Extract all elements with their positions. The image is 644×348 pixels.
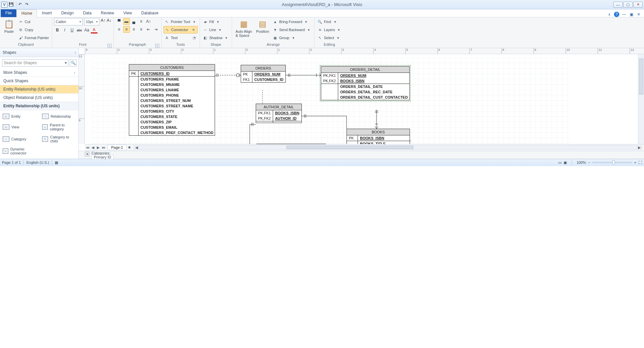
- first-page-button[interactable]: ⏮: [85, 145, 90, 149]
- case-button[interactable]: Aa: [83, 27, 90, 33]
- page-indicator[interactable]: Page 1 of 1: [2, 160, 21, 164]
- text-direction-button[interactable]: A↕: [145, 18, 152, 25]
- shrink-font-icon[interactable]: A↓: [107, 18, 112, 25]
- grow-font-icon[interactable]: A↑: [101, 18, 105, 25]
- entity-publisher[interactable]: PUBLISHERPKPUBLISHER_IDPUBLISHER_FNAMEPU…: [256, 144, 326, 144]
- auto-align-button[interactable]: ▦Auto Align & Space: [234, 18, 253, 38]
- page-tab[interactable]: Page-1: [108, 145, 127, 150]
- increase-indent-button[interactable]: ⇥: [153, 26, 159, 33]
- entity-orders_detail[interactable]: ORDERS_DETAILPK,FK1ORDERS_NUMPK,FK2BOOKS…: [321, 66, 410, 100]
- search-shapes-input[interactable]: Search for Shapes▾: [2, 59, 68, 67]
- font-color-button[interactable]: A: [91, 27, 97, 33]
- fit-window-button[interactable]: ⛶: [638, 160, 642, 164]
- shapes-flyout-icon[interactable]: ◔: [192, 35, 197, 40]
- presentation-mode-button[interactable]: ▭: [558, 160, 562, 165]
- close-icon[interactable]: ✕: [191, 27, 196, 32]
- app-icon[interactable]: V: [1, 2, 7, 8]
- tab-home[interactable]: Home: [16, 9, 37, 17]
- entity-author_detail[interactable]: AUTHOR_DETAILPK,FK1BOOKS_ISBNPK,FK2AUTHO…: [256, 104, 302, 123]
- shape-category-child[interactable]: ┴Category to child: [39, 133, 79, 145]
- bold-button[interactable]: B: [54, 27, 61, 33]
- tab-data[interactable]: Data: [78, 9, 96, 17]
- language-indicator[interactable]: English (U.S.): [26, 160, 49, 164]
- italic-button[interactable]: I: [61, 27, 68, 33]
- font-family-combo[interactable]: Calibri▾: [54, 18, 83, 25]
- shape-parent-category[interactable]: ┬Parent to category: [39, 121, 79, 133]
- more-shapes-button[interactable]: More Shapes›: [0, 69, 78, 77]
- dialog-launcher-icon[interactable]: ↘: [155, 44, 159, 48]
- stencil-er-button[interactable]: Entity Relationship (US units): [0, 85, 78, 94]
- strike-button[interactable]: abc: [76, 27, 83, 33]
- copy-button[interactable]: ⧉Copy: [17, 26, 50, 33]
- shape-entity[interactable]: ▭Entity: [0, 112, 39, 121]
- zoom-in-button[interactable]: +: [634, 160, 636, 164]
- search-go-button[interactable]: 🔍: [70, 59, 76, 67]
- tab-view[interactable]: View: [119, 9, 137, 17]
- dialog-launcher-icon[interactable]: ↘: [108, 44, 112, 48]
- bring-forward-button[interactable]: ▲Bring Forward▾: [272, 18, 312, 25]
- vertical-scrollbar[interactable]: [638, 54, 644, 144]
- stencil-or-button[interactable]: Object Relational (US units): [0, 94, 78, 102]
- entity-orders[interactable]: ORDERSPKORDERS_NUMFK1CUSTOMERS_ID: [241, 65, 286, 83]
- category-item[interactable]: Primary ID: [91, 155, 114, 159]
- tab-insert[interactable]: Insert: [37, 9, 56, 17]
- close-button[interactable]: ✕: [633, 2, 643, 8]
- connector-tool-button[interactable]: ⤡Connector✕: [164, 26, 198, 33]
- paste-button[interactable]: 📋 Paste: [2, 18, 16, 34]
- align-bottom-button[interactable]: ▄: [131, 18, 137, 25]
- font-size-combo[interactable]: 10pt.▾: [84, 18, 99, 25]
- shape-view[interactable]: ▭View: [0, 121, 39, 133]
- undo-icon[interactable]: ↶: [18, 2, 24, 7]
- drawing-page[interactable]: CUSTOMERSPKCUSTOMERS_IDCUSTOMERS_FNAMECU…: [92, 57, 570, 144]
- align-middle-button[interactable]: ▬: [123, 18, 130, 25]
- last-page-button[interactable]: ⏭: [101, 145, 106, 149]
- doc-minimize-icon[interactable]: —: [621, 12, 627, 17]
- macro-icon[interactable]: ▦: [55, 160, 58, 165]
- layers-button[interactable]: ≋Layers▾: [316, 26, 342, 33]
- tab-file[interactable]: File: [1, 9, 16, 17]
- select-button[interactable]: ↖Select▾: [316, 34, 342, 41]
- horizontal-scrollbar[interactable]: ◀▶: [134, 145, 642, 149]
- fill-button[interactable]: ▰Fill▾: [202, 18, 230, 25]
- shape-relationship[interactable]: →Relationship: [39, 112, 79, 121]
- group-button[interactable]: ▣Group▾: [272, 34, 312, 41]
- position-button[interactable]: ▤Position: [255, 18, 270, 34]
- entity-books[interactable]: BOOKSPKBOOKS_ISBNBOOKS_TITLEBOOKS_PRICEB…: [347, 129, 410, 144]
- text-tool-button[interactable]: AText◔: [164, 34, 198, 41]
- pointer-tool-button[interactable]: ↖Pointer Tool▾: [164, 18, 198, 25]
- tab-design[interactable]: Design: [56, 9, 78, 17]
- find-button[interactable]: 🔍Find▾: [316, 18, 342, 25]
- align-top-button[interactable]: ▀: [116, 18, 123, 25]
- help-icon[interactable]: ?: [614, 12, 619, 17]
- shadow-button[interactable]: ◧Shadow▾: [202, 34, 230, 41]
- shape-category[interactable]: ○Category: [0, 133, 39, 145]
- maximize-button[interactable]: ▢: [623, 2, 633, 8]
- new-page-button[interactable]: ✸: [127, 145, 132, 150]
- fit-page-button[interactable]: ▣: [564, 160, 567, 165]
- quick-shapes-button[interactable]: Quick Shapes: [0, 77, 78, 85]
- tab-review[interactable]: Review: [96, 9, 119, 17]
- ribbon-minimize-icon[interactable]: ۸: [607, 12, 612, 17]
- close-categories-button[interactable]: ✕: [85, 152, 89, 156]
- shapes-header[interactable]: Shapes‹: [0, 48, 78, 57]
- redo-icon[interactable]: ↷: [25, 2, 30, 7]
- bullets-button[interactable]: ≡: [138, 18, 145, 25]
- format-painter-button[interactable]: 🖌Format Painter: [17, 34, 50, 41]
- zoom-slider[interactable]: [592, 162, 632, 163]
- zoom-out-button[interactable]: −: [588, 160, 590, 164]
- entity-customers[interactable]: CUSTOMERSPKCUSTOMERS_IDCUSTOMERS_FNAMECU…: [129, 64, 215, 136]
- underline-button[interactable]: U: [69, 27, 75, 33]
- line-button[interactable]: ─Line▾: [202, 26, 230, 33]
- zoom-level[interactable]: 100%: [577, 160, 586, 164]
- decrease-indent-button[interactable]: ⇤: [145, 26, 152, 33]
- shape-dynamic-connector[interactable]: ⤡Dynamic connector: [0, 145, 39, 157]
- tab-database[interactable]: Database: [137, 9, 163, 17]
- align-left-button[interactable]: ≡: [116, 26, 123, 33]
- align-right-button[interactable]: ≡: [131, 26, 137, 33]
- drawing-canvas[interactable]: CUSTOMERSPKCUSTOMERS_IDCUSTOMERS_FNAMECU…: [85, 54, 638, 144]
- doc-close-icon[interactable]: ✕: [636, 12, 641, 17]
- save-icon[interactable]: 💾: [9, 2, 14, 7]
- prev-page-button[interactable]: ◀: [90, 145, 95, 150]
- send-backward-button[interactable]: ▼Send Backward▾: [272, 26, 312, 33]
- minimize-button[interactable]: —: [613, 2, 623, 8]
